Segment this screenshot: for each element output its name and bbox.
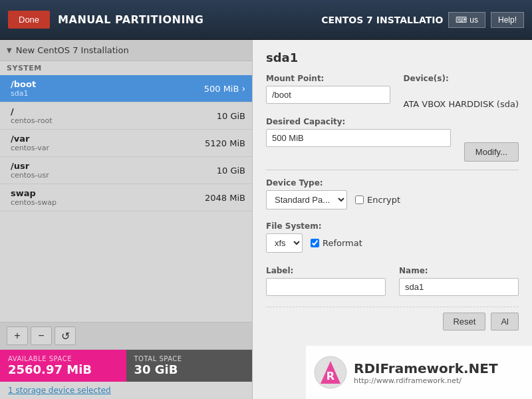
capacity-row: Desired Capacity: Modify...	[266, 117, 519, 162]
filesystem-select[interactable]: xfs	[266, 233, 303, 253]
name-label: Name:	[399, 266, 519, 275]
device-group: Device(s): ATA VBOX HARDDISK (sda)	[404, 74, 519, 109]
partition-name: /usr	[11, 161, 49, 171]
partition-size: 5120 MiB	[205, 138, 245, 148]
partition-name: /var	[11, 134, 49, 144]
partition-device: centos-var	[11, 144, 49, 152]
filesystem-row: xfs Reformat	[266, 233, 519, 253]
partition-info: /boot sda1	[11, 79, 36, 98]
mount-point-row: Mount Point: Device(s): ATA VBOX HARDDIS…	[266, 74, 519, 109]
device-type-row: Standard Pa... Encrypt	[266, 190, 519, 209]
partition-item[interactable]: /var centos-var 5120 MiB	[0, 130, 252, 157]
header-right: CENTOS 7 INSTALLATIO ⌨ us Help!	[321, 12, 524, 28]
header-left: Done MANUAL PARTITIONING	[8, 11, 203, 29]
reset-button[interactable]: Reset	[443, 313, 485, 331]
mount-point-label: Mount Point:	[266, 74, 390, 83]
reformat-group: Reformat	[311, 238, 362, 248]
help-button[interactable]: Help!	[491, 12, 524, 28]
left-bottom: + − ↺ AVAILABLE SPACE 2560.97 MiB TOTAL …	[0, 322, 252, 399]
label-label: Label:	[266, 266, 386, 275]
reformat-label: Reformat	[323, 238, 362, 248]
partition-name: /	[11, 106, 53, 116]
add-partition-button[interactable]: +	[7, 327, 28, 345]
storage-device-link[interactable]: 1 storage device selected	[0, 382, 252, 399]
mount-point-group: Mount Point:	[266, 74, 390, 109]
device-type-select[interactable]: Standard Pa...	[266, 190, 347, 209]
partition-item[interactable]: / centos-root 10 GiB	[0, 102, 252, 130]
label-name-row: Label: Name:	[266, 266, 519, 296]
remove-partition-button[interactable]: −	[31, 327, 52, 345]
left-panel: ▼ New CentOS 7 Installation SYSTEM /boot…	[0, 40, 253, 399]
total-space-value: 30 GiB	[134, 362, 245, 376]
install-section-header: ▼ New CentOS 7 Installation	[0, 40, 252, 61]
available-space-value: 2560.97 MiB	[8, 362, 118, 376]
available-space-label: AVAILABLE SPACE	[8, 355, 118, 362]
partition-size-area: 5120 MiB	[205, 138, 245, 148]
partition-size: 500 MiB	[204, 84, 239, 94]
partition-device: centos-root	[11, 116, 53, 125]
bottom-actions: Reset Al	[266, 307, 519, 331]
divider1	[266, 170, 519, 170]
system-label: SYSTEM	[0, 61, 252, 75]
name-group: Name:	[399, 266, 519, 296]
partition-size-area: 10 GiB	[217, 166, 245, 176]
partition-info: /usr centos-usr	[11, 161, 49, 180]
filesystem-label: File System:	[266, 221, 519, 231]
partition-info: /var centos-var	[11, 134, 49, 152]
device-type-label: Device Type:	[266, 178, 519, 188]
done-button[interactable]: Done	[8, 11, 50, 29]
install-section-label: New CentOS 7 Installation	[16, 45, 129, 55]
partition-size: 10 GiB	[217, 166, 245, 176]
partition-device: centos-usr	[11, 171, 49, 180]
modify-button[interactable]: Modify...	[464, 142, 519, 162]
partition-item[interactable]: /boot sda1 500 MiB ›	[0, 75, 252, 102]
app-title: MANUAL PARTITIONING	[58, 13, 203, 26]
partition-size-area: 2048 MiB	[205, 193, 245, 203]
modify-spacer	[464, 117, 519, 126]
partition-name: /boot	[11, 79, 36, 89]
modify-group: Modify...	[464, 117, 519, 162]
chevron-right-icon: ›	[241, 83, 245, 94]
partition-item[interactable]: swap centos-swap 2048 MiB	[0, 184, 252, 211]
partition-info: / centos-root	[11, 106, 53, 125]
refresh-button[interactable]: ↺	[55, 327, 76, 345]
mount-point-input[interactable]	[266, 86, 390, 104]
keyboard-button[interactable]: ⌨ us	[448, 12, 485, 28]
encrypt-label: Encrypt	[367, 195, 400, 205]
filesystem-group: File System: xfs Reformat	[266, 221, 519, 259]
partition-device: centos-swap	[11, 198, 57, 207]
label-group: Label:	[266, 266, 386, 296]
apply-button[interactable]: Al	[491, 313, 519, 331]
partition-size: 10 GiB	[217, 111, 245, 121]
desired-capacity-label: Desired Capacity:	[266, 117, 451, 126]
keyboard-icon: ⌨	[456, 15, 467, 25]
partition-actions: + − ↺	[0, 323, 252, 349]
partition-item[interactable]: /usr centos-usr 10 GiB	[0, 157, 252, 184]
keyboard-lang: us	[469, 15, 478, 25]
main-content: ▼ New CentOS 7 Installation SYSTEM /boot…	[0, 40, 532, 399]
total-space-label: TOTAL SPACE	[134, 355, 245, 362]
device-type-group: Device Type: Standard Pa... Encrypt	[266, 178, 519, 216]
encrypt-checkbox[interactable]	[355, 196, 364, 204]
partition-name: swap	[11, 188, 57, 198]
partition-size-area: 10 GiB	[217, 111, 245, 121]
name-input[interactable]	[399, 278, 519, 296]
partition-info: swap centos-swap	[11, 188, 57, 207]
device-value: ATA VBOX HARDDISK (sda)	[404, 86, 519, 109]
reformat-checkbox[interactable]	[311, 239, 319, 247]
label-input[interactable]	[266, 278, 386, 296]
device-label: Device(s):	[404, 74, 519, 83]
header: Done MANUAL PARTITIONING CENTOS 7 INSTAL…	[0, 0, 532, 40]
partition-size: 2048 MiB	[205, 193, 245, 203]
partition-list: /boot sda1 500 MiB › / centos-root 10 Gi…	[0, 75, 252, 322]
partition-size-area: 500 MiB ›	[204, 83, 245, 94]
desired-capacity-group: Desired Capacity:	[266, 117, 451, 162]
right-panel: sda1 Mount Point: Device(s): ATA VBOX HA…	[253, 40, 532, 399]
install-title: CENTOS 7 INSTALLATIO	[321, 15, 443, 25]
partition-title: sda1	[266, 51, 519, 65]
total-space-box: TOTAL SPACE 30 GiB	[126, 350, 253, 382]
expand-icon: ▼	[7, 47, 12, 54]
space-info: AVAILABLE SPACE 2560.97 MiB TOTAL SPACE …	[0, 349, 252, 382]
desired-capacity-input[interactable]	[266, 129, 451, 147]
encrypt-group: Encrypt	[355, 195, 400, 205]
